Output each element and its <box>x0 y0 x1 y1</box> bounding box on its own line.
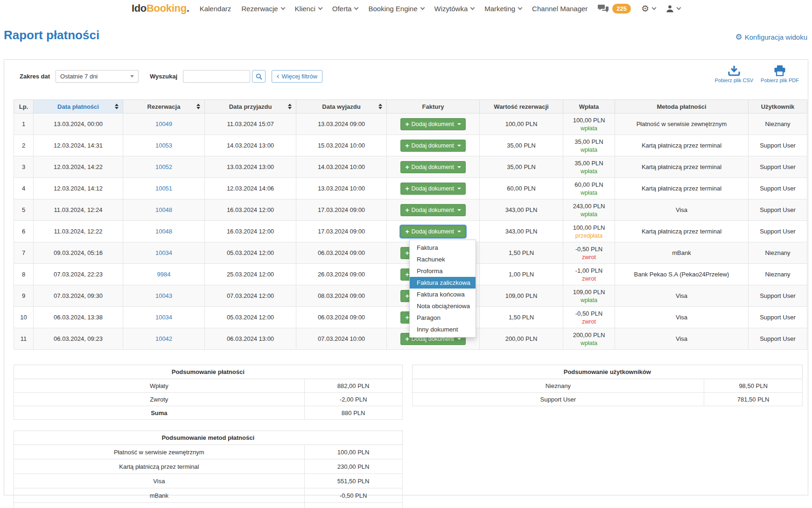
add-document-button[interactable]: + Dodaj dokument <box>400 183 465 195</box>
more-filters-button[interactable]: ‹ Więcej filtrów <box>272 70 322 83</box>
dropdown-item[interactable]: Proforma <box>410 265 476 277</box>
departure-date-cell: 17.03.2024 09:00 <box>296 199 387 221</box>
reservation-link[interactable]: 10042 <box>155 335 172 342</box>
summary-label: Suma <box>14 406 305 420</box>
sort-icon[interactable] <box>288 104 292 109</box>
departure-date-cell: 06.03.2024 09:00 <box>296 242 387 264</box>
search-input[interactable] <box>183 70 250 83</box>
table-row: 2 12.03.2024, 14:31 10053 14.03.2024 13:… <box>14 135 807 156</box>
column-header[interactable]: Metoda płatności <box>615 100 749 113</box>
row-number: 3 <box>14 156 34 178</box>
view-configuration-link[interactable]: ⚙ Konfiguracja widoku <box>735 33 808 41</box>
departure-date-cell: 07.03.2024 10:00 <box>296 328 387 350</box>
add-document-button[interactable]: + Dodaj dokument <box>400 118 465 130</box>
add-document-button[interactable]: + Dodaj dokument <box>400 226 465 238</box>
column-header[interactable]: Wartość rezerwacji <box>480 100 563 113</box>
reservation-link[interactable]: 10051 <box>155 185 172 192</box>
messages-button[interactable]: 225 <box>598 4 631 14</box>
payment-amount: 243,00 PLN <box>566 203 612 210</box>
summary-value: -2,00 PLN <box>304 393 402 406</box>
add-document-button[interactable]: + Dodaj dokument <box>400 204 465 216</box>
caret-down-icon <box>457 231 461 233</box>
download-pdf-button[interactable]: Pobierz plik PDF <box>761 65 799 83</box>
payment-amount-cell: 109,00 PLN wpłata <box>563 285 615 307</box>
payment-method-cell: mBank <box>615 242 749 264</box>
dropdown-item[interactable]: Inny dokument <box>410 324 476 335</box>
payment-amount: 35,00 PLN <box>566 138 612 145</box>
user-cell: Support User <box>749 199 807 221</box>
summary-label: Bank Pekao S.A (Pekao24Przelew) <box>14 503 305 508</box>
column-header-label: Metoda płatności <box>657 103 706 110</box>
column-header[interactable]: Data wyjazdu <box>296 100 387 113</box>
column-header[interactable]: Wpłata <box>563 100 615 113</box>
reservation-link[interactable]: 10053 <box>155 142 172 149</box>
payment-date-cell: 07.03.2024, 22:23 <box>34 264 123 285</box>
payment-date-cell: 12.03.2024, 14:31 <box>34 135 123 156</box>
dropdown-item[interactable]: Faktura końcowa <box>410 289 476 300</box>
chevron-left-icon: ‹ <box>277 72 279 80</box>
nav-menu-item[interactable]: Klienci <box>295 5 322 13</box>
reservation-link[interactable]: 10049 <box>155 120 172 127</box>
add-document-button[interactable]: + Dodaj dokument <box>400 161 465 173</box>
add-document-button[interactable]: + Dodaj dokument <box>400 140 465 152</box>
nav-menu-item[interactable]: Booking Engine <box>368 5 424 13</box>
plus-icon: + <box>405 250 409 256</box>
date-range-select[interactable]: Ostatnie 7 dni <box>56 70 139 83</box>
sort-icon[interactable] <box>115 104 119 109</box>
user-cell: Support User <box>749 178 807 199</box>
column-header[interactable]: Rezerwacja <box>123 100 205 113</box>
caret-down-icon <box>457 209 461 211</box>
sort-icon[interactable] <box>378 104 382 109</box>
invoices-cell: + Dodaj dokument <box>387 156 480 178</box>
sort-down-arrow <box>115 107 119 109</box>
settings-menu[interactable]: ⚙ <box>641 4 656 13</box>
export-buttons: Pobierz plik CSV Pobierz plik PDF <box>715 65 799 83</box>
payment-method-cell: Płatność w serwisie zewnętrznym <box>615 113 749 135</box>
reservation-link[interactable]: 10043 <box>155 292 172 299</box>
column-header[interactable]: Data płatności <box>34 100 123 113</box>
reservation-value-cell: 60,00 PLN <box>480 178 563 199</box>
sort-icon[interactable] <box>196 104 200 109</box>
summary-row: Kartą płatniczą przez terminal 230,00 PL… <box>14 459 403 474</box>
column-header-label: Lp. <box>19 103 28 110</box>
dropdown-item[interactable]: Faktura zaliczkowa <box>410 277 476 289</box>
summary-row: Suma 880 PLN <box>14 406 403 420</box>
payment-method-cell: Visa <box>615 199 749 221</box>
nav-menu-item[interactable]: Channel Manager <box>532 5 588 13</box>
column-header[interactable]: Faktury <box>387 100 480 113</box>
column-header[interactable]: Użytkownik <box>749 100 807 113</box>
dropdown-item[interactable]: Faktura <box>410 242 476 254</box>
reservation-link[interactable]: 10034 <box>155 249 172 256</box>
logo[interactable]: IdoBooking. <box>132 2 189 14</box>
dropdown-item[interactable]: Rachunek <box>410 254 476 265</box>
reservation-link[interactable]: 10034 <box>155 314 172 321</box>
reservation-cell: 10051 <box>123 178 205 199</box>
plus-icon: + <box>405 228 409 235</box>
nav-menu-item[interactable]: Marketing <box>484 5 522 13</box>
table-row: 1 13.03.2024, 00:00 10049 11.03.2024 15:… <box>14 113 807 135</box>
column-header[interactable]: Lp. <box>14 100 34 113</box>
nav-menu-item[interactable]: Wizytówka <box>434 5 475 13</box>
download-csv-button[interactable]: Pobierz plik CSV <box>715 65 754 83</box>
column-header[interactable]: Data przyjazdu <box>205 100 296 113</box>
payment-amount-cell: 100,00 PLN przedpłata <box>563 221 615 242</box>
nav-menu-item[interactable]: Oferta <box>332 5 358 13</box>
search-button[interactable] <box>252 70 266 83</box>
plus-icon: + <box>405 336 409 342</box>
reservation-value-cell: 200,00 PLN <box>480 328 563 350</box>
logo-dot: . <box>187 2 189 14</box>
nav-menu-item[interactable]: Kalendarz <box>200 5 231 13</box>
payment-method-cell: Kartą płatniczą przez terminal <box>615 156 749 178</box>
reservation-link[interactable]: 10048 <box>155 228 172 235</box>
dropdown-item[interactable]: Nota obciążeniowa <box>410 300 476 312</box>
reservation-link[interactable]: 9984 <box>157 271 171 278</box>
sort-down-arrow <box>196 107 200 109</box>
reservation-link[interactable]: 10048 <box>155 206 172 213</box>
column-header-label: Data wyjazdu <box>322 103 360 110</box>
nav-menu-item[interactable]: Rezerwacje <box>241 5 284 13</box>
reservation-link[interactable]: 10052 <box>155 163 172 170</box>
payment-method-cell: Visa <box>615 328 749 350</box>
dropdown-item[interactable]: Paragon <box>410 312 476 324</box>
account-menu[interactable] <box>666 5 680 13</box>
plus-icon: + <box>405 142 409 149</box>
